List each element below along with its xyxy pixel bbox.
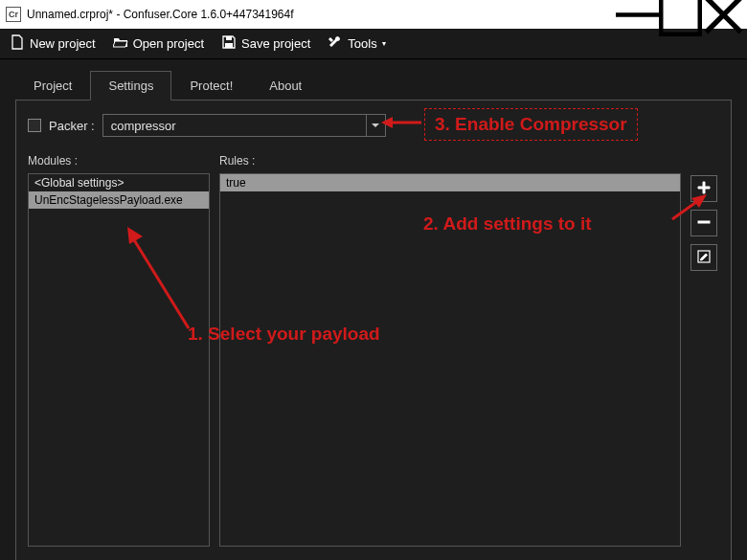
file-new-icon: [10, 34, 25, 53]
main-content: Project Settings Protect! About Packer :…: [0, 59, 747, 560]
chevron-down-icon: ▾: [382, 39, 386, 48]
remove-rule-button[interactable]: [690, 210, 717, 236]
title-bar: Cr Unnamed.crproj* - Confuser.Core 1.6.0…: [0, 0, 747, 29]
edit-rule-button[interactable]: [690, 244, 717, 271]
tab-project[interactable]: Project: [15, 71, 90, 101]
rules-list[interactable]: true: [219, 173, 681, 547]
svg-rect-3: [225, 43, 233, 48]
packer-select[interactable]: compressor: [102, 114, 386, 137]
rules-column: Rules : true: [219, 154, 681, 547]
list-item[interactable]: true: [220, 174, 680, 191]
modules-label: Modules :: [28, 154, 210, 168]
rules-label: Rules :: [219, 154, 681, 168]
app-icon: Cr: [6, 7, 21, 22]
save-project-button[interactable]: Save project: [217, 33, 314, 55]
window-title: Unnamed.crproj* - Confuser.Core 1.6.0+44…: [27, 8, 616, 21]
list-item[interactable]: <Global settings>: [29, 174, 209, 191]
tools-button[interactable]: Tools ▾: [324, 33, 389, 55]
close-button[interactable]: [702, 0, 745, 29]
tools-label: Tools: [348, 36, 376, 51]
chevron-down-icon[interactable]: [366, 115, 385, 136]
open-project-button[interactable]: Open project: [109, 33, 208, 55]
maximize-button[interactable]: [659, 0, 702, 29]
svg-rect-1: [661, 0, 700, 34]
tools-icon: [328, 34, 343, 53]
tab-about[interactable]: About: [251, 71, 320, 101]
rule-buttons: [690, 154, 719, 547]
add-rule-button[interactable]: [690, 175, 717, 202]
edit-icon: [697, 250, 711, 266]
modules-list[interactable]: <Global settings> UnEncStagelessPayload.…: [28, 173, 210, 547]
tab-settings[interactable]: Settings: [90, 71, 171, 101]
packer-checkbox[interactable]: [28, 119, 41, 132]
folder-open-icon: [113, 34, 128, 53]
plus-icon: [697, 181, 711, 197]
svg-rect-2: [226, 36, 232, 40]
open-project-label: Open project: [133, 36, 204, 51]
svg-rect-0: [616, 12, 659, 17]
packer-label: Packer :: [49, 119, 95, 133]
modules-column: Modules : <Global settings> UnEncStagele…: [28, 154, 210, 547]
packer-value: compressor: [103, 115, 366, 136]
save-icon: [221, 34, 237, 53]
list-item[interactable]: UnEncStagelessPayload.exe: [29, 191, 209, 209]
tab-strip: Project Settings Protect! About: [15, 71, 732, 101]
new-project-button[interactable]: New project: [6, 33, 100, 55]
save-project-label: Save project: [241, 36, 310, 51]
new-project-label: New project: [30, 36, 96, 51]
minimize-button[interactable]: [616, 0, 659, 29]
columns: Modules : <Global settings> UnEncStagele…: [28, 154, 719, 547]
settings-panel: Packer : compressor Modules : <Global se…: [15, 101, 732, 560]
packer-row: Packer : compressor: [28, 114, 719, 137]
minus-icon: [697, 215, 711, 232]
svg-rect-4: [698, 221, 710, 223]
tab-protect[interactable]: Protect!: [171, 71, 251, 101]
